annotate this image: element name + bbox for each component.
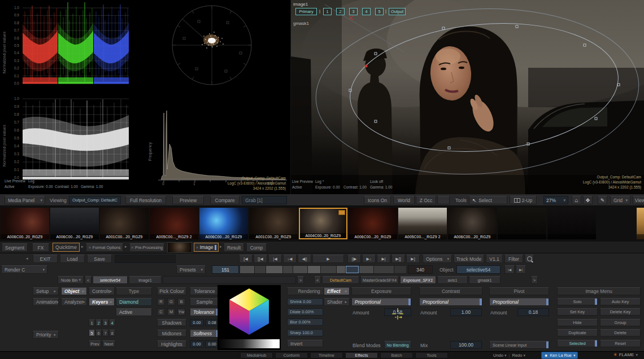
contrast-mode-button[interactable]: Proportional [419,298,482,306]
next-keyer-button[interactable]: Next [102,340,115,347]
transport-button[interactable]: ▶ [312,255,344,263]
tab-result[interactable]: Result [224,243,244,252]
keyer-number-button[interactable]: 2 [95,319,102,326]
mask-channel-button[interactable]: 2 [336,8,345,15]
keyer-number-button[interactable]: 8 [109,330,115,336]
mask-channel-button[interactable]: 4 [362,8,371,15]
channel-toggle[interactable]: M [167,308,175,316]
image-menu-button[interactable]: Set Key [557,308,598,316]
app-menu[interactable]: ✳ FLAME ▾ [613,352,638,357]
presets-value-field[interactable]: 151 [212,265,239,274]
track-segment[interactable] [359,266,373,273]
image-viewer[interactable]: image1 Primary | 12345 | Output gmask1 L… [291,0,644,194]
render-dropdown[interactable]: Render C▾ [1,265,47,274]
track-segment[interactable] [255,266,266,273]
tab-quicktime[interactable]: Quicktime [53,243,80,252]
track-segment[interactable] [283,266,293,273]
contrast-amount-field[interactable]: 1.00 [450,308,482,316]
clip-thumbnail[interactable]: A006C00...20_RGZ9 [349,208,397,239]
track-segment[interactable] [266,266,282,273]
image-menu-button[interactable]: Selected [557,340,598,347]
search-button[interactable] [525,255,534,263]
image-menu-button[interactable]: Delete [600,329,641,336]
zoom-level-dropdown[interactable]: 27%▾ [543,196,568,204]
two-up-layout-button[interactable]: 2-Up [510,196,537,204]
transport-button[interactable]: ||▶ [347,255,361,263]
workspace-tab[interactable]: Batch [380,352,413,358]
image-menu-button[interactable]: Duplicate [557,329,598,336]
bin2-scroll-right[interactable]: > [531,276,538,284]
pan-view-button[interactable]: ✥ [583,196,593,204]
tab-segment[interactable]: Segment [2,243,28,252]
bin2-scroll-left[interactable]: < [314,276,321,284]
node-tab[interactable]: gmask1 [469,276,501,284]
clip-thumbnail[interactable]: A006C00...20_RGZ9 [448,208,497,239]
sharp-slider[interactable]: Sharp 100.0 [287,329,323,336]
softness-value-field[interactable]: 0.00 [190,340,204,348]
keyframe-track-bar[interactable] [240,265,406,274]
z-occ-button[interactable]: Z Occ [416,196,436,204]
tab-fx[interactable]: FX [32,243,49,252]
current-frame-field[interactable]: 340 [408,265,433,274]
clip-thumbnail[interactable]: A005C00..._RGZ9 2 [398,208,447,239]
workspace-tab[interactable]: Conform [275,352,308,358]
bin-scroll-right[interactable]: > [297,276,304,284]
setup-menu-button[interactable]: Setup▸ [33,287,59,295]
image-menu-button[interactable]: Group [600,319,641,326]
keyer-active-toggle[interactable]: Active [116,308,152,316]
dilate-slider[interactable]: Dilate 0.00% [287,308,323,316]
spacer-button[interactable] [437,196,450,204]
node-bin-dropdown[interactable]: Node Bin▾ [58,276,84,284]
empty-node-slot[interactable] [163,276,296,284]
clip-thumbnail[interactable] [547,208,596,239]
grid-dropdown[interactable]: Grid▾ [610,196,630,204]
tab-pre-processing[interactable]: ≡Pre-Processing [129,243,164,252]
keyer-number-button[interactable]: 5 [89,330,95,336]
redo-button[interactable]: Redo ▾ [512,353,526,358]
node-tab[interactable]: axis1 [437,276,468,284]
colour-cube-panel[interactable] [217,285,281,350]
keyer-number-button[interactable]: 7 [102,330,108,336]
pick-colour-button[interactable]: Pick Colour [157,287,186,295]
image-menu-button[interactable]: Hide [557,319,598,326]
grab-field[interactable]: Grab [1] [242,196,287,204]
shader-menu-button[interactable]: Shader▸ [324,298,350,306]
select-tool-button[interactable]: ↖ Select [469,196,507,204]
clip-thumbnail[interactable]: A001C00...20_RGZ9 [100,208,149,239]
channel-toggle[interactable]: C [157,308,165,316]
mask-primary-button[interactable]: Primary [295,8,317,15]
keyers-menu-button[interactable]: Keyers▸ [89,298,115,306]
clip-thumbnail[interactable]: A006C00...20_RGZ9 [50,208,99,239]
clip-thumbnail[interactable]: A006C00..20_RGZ9 [1,208,49,239]
node-tab[interactable]: MasterGradeSFX4 [360,276,399,284]
controls-menu-button[interactable]: Controls▸ [89,287,115,295]
prev-keyer-button[interactable]: Prev [89,340,101,347]
mask-channel-button[interactable]: 3 [349,8,358,15]
image-menu-button[interactable]: Auto Key [600,298,641,305]
tolerance-header-button[interactable]: Tolerance [190,287,219,295]
track-segment[interactable] [346,266,359,273]
track-segment[interactable] [337,266,345,273]
animation-menu-button[interactable]: Animation▸ [33,298,59,306]
icons-on-button[interactable]: Icons On [364,196,391,204]
filter-button[interactable]: Filter [504,255,523,263]
tab-comp[interactable]: Comp [246,243,267,252]
priority-menu-button[interactable]: Priority▸ [33,331,59,339]
preview-button[interactable]: Preview [172,196,204,204]
channel-toggle[interactable]: R [157,298,165,305]
image-menu-button[interactable]: Reset [600,340,641,347]
clip-thumbnail[interactable] [498,208,546,239]
blur-slider[interactable]: Blur 0.00% [287,318,323,326]
pipeline-thumbnail[interactable] [167,242,192,253]
jump-start-button[interactable]: |◀ [504,265,515,274]
tab-image[interactable]: ≡Image [194,243,219,252]
gmask-tangent-handle[interactable] [365,65,368,68]
channel-toggle[interactable]: Yw [177,308,185,316]
channel-toggle[interactable]: G [167,298,175,305]
presets-dropdown[interactable]: Presets▾ [176,265,206,274]
track-segment[interactable] [394,266,406,273]
midtones-button[interactable]: Midtones [157,330,186,337]
world-button[interactable]: World [393,196,415,204]
highlights-button[interactable]: Highlights [157,340,186,348]
mask-channel-button[interactable]: 1 [323,8,332,15]
